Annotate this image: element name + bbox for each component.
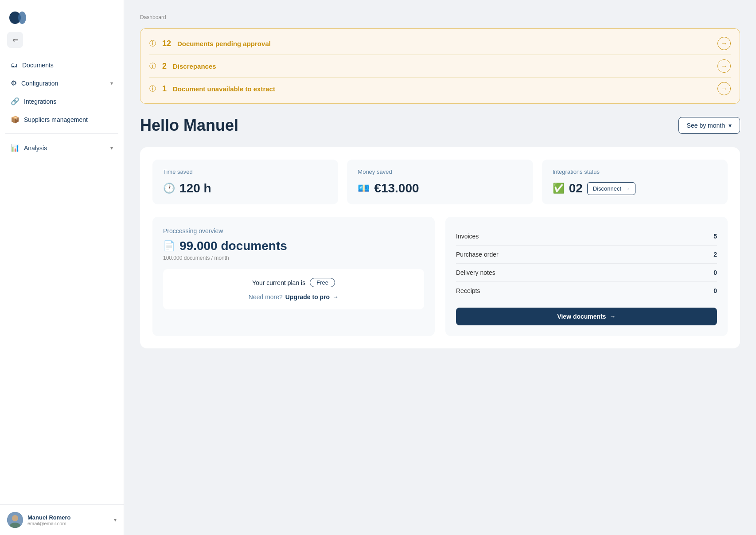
plan-badge: Free: [310, 278, 335, 287]
plan-label: Your current plan is: [252, 279, 305, 286]
logo-area: [0, 0, 124, 32]
alert-row: ⓘ 12 Documents pending approval →: [149, 32, 731, 55]
configuration-icon: ⚙: [11, 79, 17, 87]
sidebar-item-documents[interactable]: 🗂 Documents: [5, 57, 118, 74]
disconnect-label: Disconnect: [593, 185, 621, 192]
doc-type-count: 0: [713, 287, 717, 294]
stat-value: ✅ 02 Disconnect →: [553, 181, 717, 195]
collapse-icon: ⇐: [12, 36, 18, 44]
sidebar-item-suppliers[interactable]: 📦 Suppliers management: [5, 111, 118, 128]
sidebar-nav: 🗂 Documents ⚙ Configuration ▾ 🔗 Integrat…: [0, 57, 124, 504]
sidebar-item-label: Analysis: [24, 144, 47, 152]
documents-icon: 🗂: [11, 61, 18, 69]
need-more-label: Need more?: [249, 293, 283, 301]
main-content: Dashboard ⓘ 12 Documents pending approva…: [124, 0, 756, 535]
processing-overview: Proccessing overview 📄 99.000 documents …: [152, 217, 728, 336]
arrow-right-icon: →: [610, 313, 616, 320]
alert-text: Discrepances: [173, 62, 713, 70]
disconnect-button[interactable]: Disconnect →: [587, 182, 635, 195]
doc-type-label: Purchase order: [456, 251, 499, 258]
processing-count-value: 99.000 documents: [179, 239, 287, 253]
time-saved-card: Time saved 🕐 120 h: [152, 160, 338, 204]
plan-row: Your current plan is Free: [252, 278, 335, 287]
stat-value: 🕐 120 h: [163, 181, 327, 195]
alert-arrow-button[interactable]: →: [717, 82, 731, 95]
user-info: Manuel Romero email@email.com: [27, 514, 109, 526]
alert-count: 2: [162, 62, 167, 71]
stat-value: 💶 €13.000: [358, 181, 522, 195]
svg-point-1: [18, 12, 26, 24]
money-icon: 💶: [358, 183, 370, 194]
stat-label: Integrations status: [553, 168, 717, 175]
analysis-icon: 📊: [11, 144, 19, 152]
document-icon: 📄: [163, 240, 175, 252]
processing-right: Invoices 5 Purchase order 2 Delivery not…: [445, 217, 728, 336]
nav-divider: [5, 133, 118, 134]
money-saved-card: Money saved 💶 €13.000: [347, 160, 533, 204]
sidebar: ⇐ 🗂 Documents ⚙ Configuration ▾ 🔗 Integr…: [0, 0, 124, 535]
svg-point-3: [12, 515, 18, 521]
avatar: [7, 512, 23, 528]
sidebar-item-analysis[interactable]: 📊 Analysis ▾: [5, 139, 118, 156]
processing-count: 📄 99.000 documents: [163, 239, 424, 253]
chevron-down-icon: ▾: [729, 122, 732, 129]
time-saved-value: 120 h: [179, 181, 211, 195]
info-icon: ⓘ: [149, 62, 156, 70]
chevron-down-icon: ▾: [110, 145, 113, 151]
integrations-icon: 🔗: [11, 97, 19, 105]
doc-type-row-delivery-notes: Delivery notes 0: [456, 264, 717, 282]
hello-section: Hello Manuel See by month ▾: [140, 116, 740, 135]
arrow-right-icon: →: [624, 185, 630, 192]
page-title: Hello Manuel: [140, 116, 238, 135]
processing-subtitle: 100.000 documents / month: [163, 255, 424, 261]
sidebar-item-label: Configuration: [21, 80, 58, 87]
view-documents-button[interactable]: View documents →: [456, 308, 717, 325]
check-icon: ✅: [553, 183, 565, 194]
doc-type-label: Receipts: [456, 287, 480, 294]
integrations-status-card: Integrations status ✅ 02 Disconnect →: [542, 160, 728, 204]
info-icon: ⓘ: [149, 85, 156, 93]
suppliers-icon: 📦: [11, 115, 19, 124]
stats-section: Time saved 🕐 120 h Money saved 💶 €13.000…: [140, 147, 740, 348]
doc-type-row-invoices: Invoices 5: [456, 227, 717, 246]
chevron-down-icon: ▾: [114, 517, 117, 523]
sidebar-item-label: Integrations: [24, 98, 56, 105]
doc-type-row-receipts: Receipts 0: [456, 282, 717, 300]
clock-icon: 🕐: [163, 183, 175, 194]
processing-title: Proccessing overview: [163, 227, 424, 234]
sidebar-item-integrations[interactable]: 🔗 Integrations: [5, 93, 118, 110]
alert-count: 12: [162, 39, 171, 48]
user-footer[interactable]: Manuel Romero email@email.com ▾: [0, 504, 124, 535]
alert-text: Document unavailable to extract: [173, 85, 713, 93]
view-docs-label: View documents: [557, 313, 606, 320]
alert-arrow-button[interactable]: →: [717, 59, 731, 73]
upgrade-row: Need more? Upgrade to pro →: [249, 293, 339, 301]
user-email: email@email.com: [27, 521, 109, 526]
integrations-count: 02: [569, 181, 583, 195]
plan-box: Your current plan is Free Need more? Upg…: [163, 269, 424, 309]
upgrade-button[interactable]: Upgrade to pro →: [285, 293, 339, 301]
alert-text: Documents pending approval: [177, 40, 713, 47]
alert-row: ⓘ 2 Discrepances →: [149, 55, 731, 78]
user-name: Manuel Romero: [27, 514, 109, 521]
doc-type-label: Delivery notes: [456, 269, 495, 276]
stat-label: Time saved: [163, 168, 327, 175]
sidebar-item-label: Suppliers management: [24, 116, 88, 123]
see-by-month-button[interactable]: See by month ▾: [678, 117, 740, 134]
collapse-button[interactable]: ⇐: [7, 32, 23, 48]
processing-left: Proccessing overview 📄 99.000 documents …: [152, 217, 435, 336]
doc-type-label: Invoices: [456, 233, 479, 240]
sidebar-item-configuration[interactable]: ⚙ Configuration ▾: [5, 74, 118, 92]
upgrade-label: Upgrade to pro: [285, 293, 330, 301]
alert-count: 1: [162, 84, 167, 94]
money-saved-value: €13.000: [374, 181, 419, 195]
stats-row: Time saved 🕐 120 h Money saved 💶 €13.000…: [152, 160, 728, 204]
alert-row: ⓘ 1 Document unavailable to extract →: [149, 78, 731, 100]
arrow-right-icon: →: [332, 293, 339, 301]
sidebar-item-label: Documents: [22, 62, 54, 69]
doc-type-count: 0: [713, 269, 717, 276]
chevron-down-icon: ▾: [110, 80, 113, 86]
logo-icon: [9, 11, 28, 25]
alert-arrow-button[interactable]: →: [717, 37, 731, 50]
alert-banner: ⓘ 12 Documents pending approval → ⓘ 2 Di…: [140, 28, 740, 104]
